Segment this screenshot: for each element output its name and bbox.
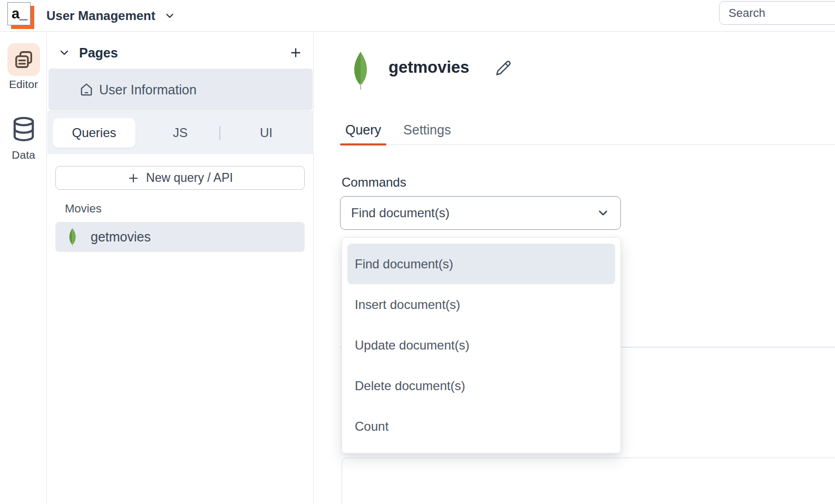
chevron-down-icon — [596, 206, 610, 220]
mongodb-leaf-icon — [68, 227, 77, 247]
entity-tabs: Queries JS UI — [47, 112, 314, 154]
tab-separator — [219, 126, 220, 140]
rail-item-data[interactable]: Data — [0, 114, 47, 161]
query-title: getmovies — [389, 58, 469, 77]
tab-settings[interactable]: Settings — [398, 115, 456, 144]
tab-ui[interactable]: UI — [242, 112, 290, 154]
dropdown-option-insert[interactable]: Insert document(s) — [347, 284, 615, 325]
new-query-label: New query / API — [146, 171, 233, 185]
pages-panel: Pages User Information Queries JS UI New… — [47, 32, 314, 504]
commands-select[interactable]: Find document(s) — [340, 196, 621, 230]
dropdown-option-delete[interactable]: Delete document(s) — [347, 365, 615, 406]
top-bar: a_ User Management — [0, 0, 835, 32]
search-input[interactable] — [719, 1, 835, 25]
rail-item-label: Data — [12, 149, 35, 161]
chevron-down-icon — [164, 10, 176, 22]
plus-icon — [127, 172, 140, 185]
main-content: getmovies Query Settings Commands Find d… — [314, 32, 835, 504]
app-title-menu[interactable]: User Management — [46, 0, 176, 32]
app-logo-text: a_ — [12, 4, 27, 23]
rail-item-label: Editor — [9, 78, 38, 91]
page-item-label: User Information — [99, 82, 197, 98]
query-item-label: getmovies — [91, 229, 151, 245]
commands-select-value: Find document(s) — [351, 206, 450, 220]
form-section-panel — [342, 458, 835, 504]
editor-pages-icon — [7, 43, 40, 76]
query-item-getmovies[interactable]: getmovies — [55, 222, 305, 252]
tab-js[interactable]: JS — [157, 112, 204, 154]
tab-query[interactable]: Query — [340, 115, 386, 144]
new-query-button[interactable]: New query / API — [55, 166, 305, 190]
editor-tabs: Query Settings — [340, 111, 835, 145]
database-icon — [7, 114, 40, 147]
commands-dropdown: Find document(s) Insert document(s) Upda… — [342, 237, 621, 453]
app-title: User Management — [46, 8, 156, 23]
dropdown-option-find[interactable]: Find document(s) — [347, 244, 615, 284]
pages-header: Pages — [47, 39, 313, 66]
dropdown-option-count[interactable]: Count — [347, 406, 615, 447]
dropdown-option-update[interactable]: Update document(s) — [347, 325, 615, 365]
pages-collapse-chevron-icon[interactable] — [58, 46, 71, 59]
add-page-button[interactable] — [289, 46, 303, 60]
app-logo[interactable]: a_ — [7, 2, 31, 25]
commands-label: Commands — [342, 175, 406, 190]
pencil-icon — [496, 60, 511, 76]
query-group-label: Movies — [65, 202, 102, 216]
edit-query-name-button[interactable] — [496, 60, 511, 76]
home-icon — [79, 82, 94, 97]
mongodb-leaf-icon — [352, 51, 370, 90]
rail-item-editor[interactable]: Editor — [0, 43, 47, 91]
tab-queries[interactable]: Queries — [53, 118, 135, 148]
left-rail: Editor Data — [0, 32, 47, 504]
page-item-user-information[interactable]: User Information — [48, 69, 313, 111]
pages-title: Pages — [79, 45, 289, 61]
